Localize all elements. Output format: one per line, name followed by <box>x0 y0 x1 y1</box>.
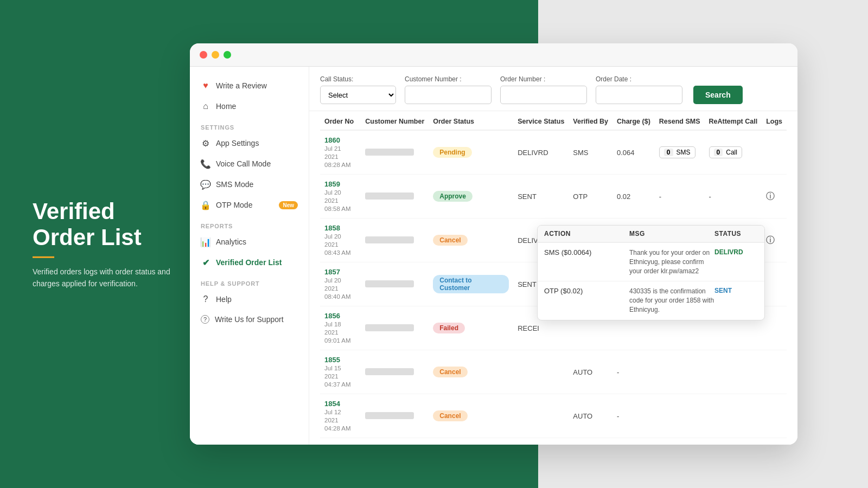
cell-service-status <box>513 394 569 438</box>
cell-charge: - <box>612 350 655 394</box>
cell-verified-by: SMS <box>569 130 612 175</box>
cell-logs: ⓘ <box>762 219 787 262</box>
sidebar-item-support-label: Write Us for Support <box>215 315 284 324</box>
cell-customer-number <box>361 306 429 350</box>
order-date: Jul 12 2021 <box>324 409 341 423</box>
cell-customer-number <box>361 130 429 175</box>
window-body: ♥ Write a Review ⌂ Home SETTINGS ⚙ App S… <box>190 67 797 445</box>
cell-resend-sms <box>655 394 705 438</box>
order-number-label: Order Number : <box>500 75 587 83</box>
resend-sms-button[interactable]: 0 SMS <box>659 146 695 158</box>
titlebar <box>190 43 797 67</box>
dot-minimize[interactable] <box>212 51 219 59</box>
dot-maximize[interactable] <box>224 51 231 59</box>
order-link[interactable]: 1857 <box>324 268 356 276</box>
sidebar-item-sms-mode[interactable]: 💬 SMS Mode <box>190 174 309 195</box>
phone-icon: 📞 <box>201 159 210 169</box>
customer-number-input[interactable] <box>405 86 492 104</box>
sms-icon: 💬 <box>201 179 210 189</box>
cell-reattempt: - <box>705 175 762 219</box>
gear-icon: ⚙ <box>201 138 210 148</box>
cell-order-no: 1854 Jul 12 2021 04:28 AM <box>320 394 361 438</box>
sidebar-item-verified-label: Verified Order List <box>216 258 282 267</box>
customer-number-filter: Customer Number : <box>405 75 492 104</box>
cell-reattempt: 0 Call <box>705 130 762 175</box>
popup-otp-status: SENT <box>714 287 758 294</box>
call-status-select[interactable]: Select <box>320 86 396 104</box>
order-link[interactable]: 1854 <box>324 400 356 408</box>
table-row: 1855 Jul 15 2021 04:37 AM Cancel AUTO - <box>320 350 787 394</box>
sidebar-item-analytics[interactable]: 📊 Analytics <box>190 232 309 252</box>
table-row: 1859 Jul 20 2021 08:58 AM Approve SENT O… <box>320 175 787 219</box>
cell-service-status: SENT <box>513 175 569 219</box>
sidebar-item-write-support[interactable]: ? Write Us for Support <box>190 310 309 329</box>
customer-number-blurred <box>365 280 414 287</box>
sidebar-item-help[interactable]: ? Help <box>190 289 309 310</box>
info-icon[interactable]: ⓘ <box>766 191 775 201</box>
sidebar-item-voice-call-mode[interactable]: 📞 Voice Call Mode <box>190 153 309 174</box>
order-time: 08:58 AM <box>324 206 351 212</box>
cell-order-status: Pending <box>429 130 513 175</box>
customer-number-blurred <box>365 236 414 243</box>
cell-resend-sms: 0 SMS <box>655 130 705 175</box>
order-link[interactable]: 1860 <box>324 136 356 144</box>
help-section-title: HELP & SUPPORT <box>190 273 309 289</box>
order-link[interactable]: 1856 <box>324 312 356 320</box>
search-button[interactable]: Search <box>693 86 743 104</box>
order-date: Jul 21 2021 <box>324 145 341 160</box>
order-date: Jul 18 2021 <box>324 321 341 336</box>
sidebar-item-write-review-label: Write a Review <box>216 81 267 90</box>
cell-charge: 0.02 <box>612 175 655 219</box>
sidebar-item-help-label: Help <box>216 295 232 304</box>
order-time: 04:28 AM <box>324 425 351 432</box>
popup-row-otp: OTP ($0.02) 430335 is the confirmation c… <box>538 281 764 319</box>
status-badge: Contact to Customer <box>433 275 509 293</box>
cell-service-status <box>513 350 569 394</box>
status-badge: Failed <box>433 323 465 333</box>
popup-sms-msg: Thank you for your order on Ethnicyug, p… <box>629 248 714 275</box>
table-container: Order No Customer Number Order Status Se… <box>309 111 797 445</box>
sidebar-item-verified-order-list[interactable]: ✔ Verified Order List <box>190 252 309 273</box>
sidebar-item-home-label: Home <box>216 102 236 111</box>
sidebar-item-write-review[interactable]: ♥ Write a Review <box>190 75 309 96</box>
order-date: Jul 20 2021 <box>324 189 341 204</box>
popup-sms-action: SMS ($0.0064) <box>544 248 629 256</box>
cell-order-status: Cancel <box>429 219 513 262</box>
popup-otp-action: OTP ($0.02) <box>544 287 629 295</box>
cell-order-no: 1860 Jul 21 2021 08:28 AM <box>320 130 361 175</box>
order-time: 09:01 AM <box>324 337 351 344</box>
settings-section-title: SETTINGS <box>190 117 309 133</box>
info-icon[interactable]: ⓘ <box>766 235 775 245</box>
col-service-status: Service Status <box>513 111 569 130</box>
hero-underline <box>33 256 54 258</box>
sidebar-item-app-settings-label: App Settings <box>216 139 259 147</box>
dot-close[interactable] <box>200 51 207 59</box>
reattempt-call-button[interactable]: 0 Call <box>709 146 742 158</box>
status-badge: Pending <box>433 147 471 158</box>
sidebar-item-app-settings[interactable]: ⚙ App Settings <box>190 133 309 153</box>
cell-order-no: 1859 Jul 20 2021 08:58 AM <box>320 175 361 219</box>
cell-order-no: 1856 Jul 18 2021 09:01 AM <box>320 306 361 350</box>
main-content: Call Status: Select Customer Number : Or… <box>309 67 797 445</box>
popup-col-status: STATUS <box>714 230 758 237</box>
sidebar-item-home[interactable]: ⌂ Home <box>190 96 309 117</box>
order-number-input[interactable] <box>500 86 587 104</box>
hero-section: Verified Order List Verified orders logs… <box>33 198 174 290</box>
cell-verified-by: AUTO <box>569 350 612 394</box>
status-badge: Cancel <box>433 367 467 377</box>
order-link[interactable]: 1858 <box>324 224 356 232</box>
order-date-label: Order Date : <box>596 75 682 83</box>
cell-order-status: Cancel <box>429 394 513 438</box>
sidebar-item-otp-mode[interactable]: 🔒 OTP Mode New <box>190 195 309 215</box>
sidebar: ♥ Write a Review ⌂ Home SETTINGS ⚙ App S… <box>190 67 309 445</box>
cell-logs <box>762 262 787 306</box>
cell-logs <box>762 350 787 394</box>
order-link[interactable]: 1859 <box>324 180 356 188</box>
cell-customer-number <box>361 219 429 262</box>
order-date-input[interactable] <box>596 86 682 104</box>
cell-resend-sms <box>655 350 705 394</box>
customer-number-blurred <box>365 324 414 331</box>
hero-description: Verified orders logs with order status a… <box>33 265 174 290</box>
order-link[interactable]: 1855 <box>324 356 356 364</box>
cell-resend-sms: - <box>655 175 705 219</box>
